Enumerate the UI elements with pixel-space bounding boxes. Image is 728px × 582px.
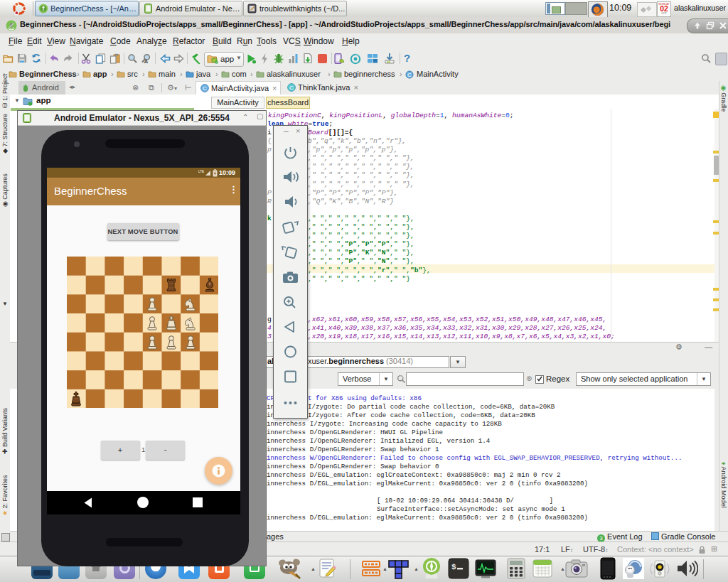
- svg-text:C: C: [203, 85, 207, 92]
- svg-text:C: C: [407, 72, 412, 78]
- svg-text:A: A: [144, 58, 149, 65]
- svg-text:$: $: [451, 563, 456, 571]
- svg-text:C: C: [289, 85, 294, 91]
